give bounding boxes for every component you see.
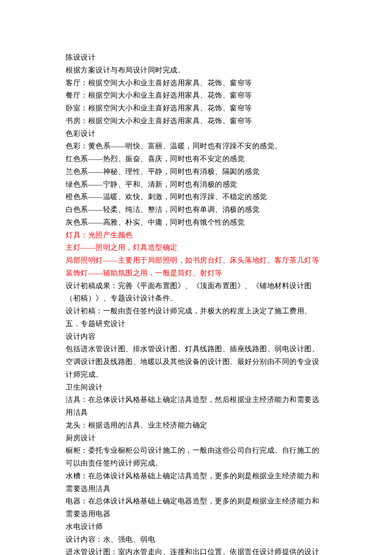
- text-line: 龙头：根据选用的洁具、业主经济能力确定: [66, 419, 326, 432]
- text-line: 根据方案设计与布局设计同时完成。: [66, 64, 326, 77]
- document-body: 陈设设计根据方案设计与布局设计同时完成。客厅：根据空间大小和业主喜好选用家具、花…: [66, 51, 326, 555]
- text-line: 色彩设计: [66, 127, 326, 140]
- text-line: 橱柜：委托专业橱柜公司设计施工的，一般由这些公司自行完成。自行施工的可以由责任签…: [66, 444, 326, 470]
- text-line: 主灯——照明之用，灯具造型确定: [66, 241, 326, 254]
- text-line: 客厅：根据空间大小和业主喜好选用家具、花饰、窗帘等: [66, 77, 326, 90]
- text-line: 兰色系——神秘、理性、平静，同时也有消极、隔阂的感觉: [66, 165, 326, 178]
- text-line: 水电设计师: [66, 520, 326, 533]
- text-line: 水槽：在总体设计风格基础上确定洁具造型，更多的则是根据业主经济能力和需要选用洁具: [66, 470, 326, 495]
- text-line: 厨房设计: [66, 432, 326, 445]
- text-line: 五．专题研究设计: [66, 318, 326, 330]
- text-line: 设计初稿：一般由责任签约设计师完成，并极大的程度上决定了施工费用。: [66, 305, 326, 318]
- text-line: 洁具：在总体设计风格基础上确定洁具造型，然后根据业主经济能力和需要选用洁具: [66, 393, 326, 419]
- text-line: 进水管设计图：室内水管走向、连接和出口位置。依据责任设计师提供的设计条件，根据房…: [66, 546, 326, 555]
- text-line: 设计内容: [66, 330, 326, 343]
- text-line: 陈设设计: [66, 51, 326, 64]
- text-line: 灯具：光照产生颜色: [66, 229, 326, 242]
- text-line: 色彩：黄色系——明快、富丽、温暖，同时也有浮躁不安的感觉。: [66, 140, 326, 153]
- text-line: 白色系——轻柔、纯洁、整洁，同时也有单调、消极的感觉: [66, 203, 326, 216]
- text-line: 卫生间设计: [66, 381, 326, 394]
- text-line: 局部照明灯——主要用于局部照明，如书房台灯、床头落地灯、客厅茶几灯等: [66, 254, 326, 267]
- text-line: 包括进水管设计图、排水管设计图、灯具线路图、插座线路图、弱电设计图、空调设计图及…: [66, 343, 326, 381]
- text-line: 电器：在总体设计风格基础上确定电器造型，更多的则是根据业主经济能力和需要选用电器: [66, 495, 326, 520]
- text-line: 设计内容：水、强电、弱电: [66, 533, 326, 546]
- text-line: 灰色系——高雅、朴实、中庸，同时也有饿个性的感觉: [66, 216, 326, 229]
- text-line: 红色系——热烈、振奋、喜庆，同时也有不安定的感觉: [66, 153, 326, 165]
- text-line: 书房：根据空间大小和业主喜好选用家具、花饰、窗帘等: [66, 115, 326, 127]
- text-line: 橙色系——温暖、欢快、刺激，同时也有浮躁、不稳定的感觉: [66, 191, 326, 203]
- text-line: 装饰灯——辅助氛围之用，一般是筒灯、射灯等: [66, 267, 326, 280]
- text-line: 设计初稿成果：完善《平面布置图》、《顶面布置图》、《铺地材料设计图（初稿）》、专…: [66, 280, 326, 305]
- text-line: 卧室：根据空间大小和业主喜好选用家具、花饰、窗帘等: [66, 102, 326, 115]
- text-line: 绿色系——宁静、平和、清新，同时也有消极的感觉: [66, 178, 326, 191]
- text-line: 餐厅：根据空间大小和业主喜好选用家具、花饰、窗帘等: [66, 89, 326, 102]
